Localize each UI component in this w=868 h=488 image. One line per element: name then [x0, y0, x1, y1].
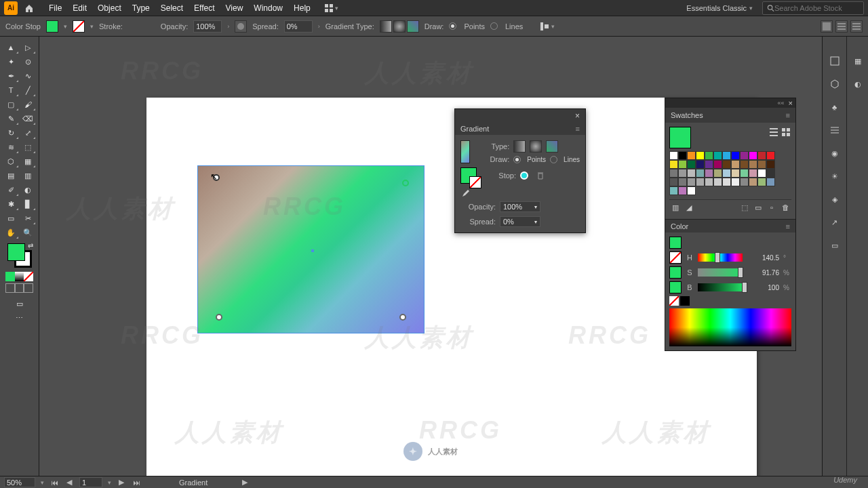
gradient-panel[interactable]: × Gradient ≡ Type: — [454, 108, 586, 233]
artboards-icon[interactable]: ▭ — [828, 239, 842, 252]
color-sat-swatch[interactable] — [669, 266, 682, 279]
swatches-color-panel[interactable]: «« × Swatches ≡ ▥ ◢ — [665, 98, 796, 351]
collapse-icon[interactable]: «« — [778, 100, 785, 106]
tool-info-arrow-icon[interactable]: ▶ — [240, 478, 250, 487]
menu-edit[interactable]: Edit — [67, 3, 92, 13]
zoom-input[interactable] — [4, 477, 35, 487]
brushes-icon[interactable]: ♣ — [828, 100, 842, 114]
swatch-cell[interactable] — [766, 169, 775, 178]
eyedropper-tool-icon[interactable]: ✐ — [3, 183, 19, 197]
swatch-cell[interactable] — [669, 169, 678, 178]
panel-menu-icon[interactable]: ≡ — [576, 125, 580, 133]
first-artboard-icon[interactable]: ⏮ — [50, 478, 59, 487]
menu-type[interactable]: Type — [127, 3, 155, 13]
swatch-cell[interactable] — [766, 178, 775, 186]
search-input[interactable] — [774, 4, 859, 12]
current-swatch[interactable] — [669, 127, 691, 148]
swatch-cell[interactable] — [740, 160, 749, 169]
gradient-mode-icon[interactable] — [15, 272, 24, 281]
eyedropper-icon[interactable] — [460, 188, 484, 197]
grid-view-icon[interactable] — [781, 127, 791, 138]
menu-select[interactable]: Select — [155, 3, 189, 13]
panel-menu-icon[interactable]: ≡ — [786, 111, 790, 119]
fill-color-swatch[interactable] — [7, 243, 25, 261]
new-swatch-icon[interactable]: ▫ — [767, 203, 776, 212]
swatch-cell[interactable] — [722, 169, 731, 178]
swatch-cell[interactable] — [740, 178, 749, 186]
gradtype-radial-icon[interactable] — [393, 20, 406, 33]
swatch-cell[interactable] — [722, 178, 731, 186]
pen-tool-icon[interactable]: ✒ — [3, 69, 19, 83]
gradient-panel-header[interactable]: × — [455, 109, 585, 123]
type-tool-icon[interactable]: T — [3, 83, 19, 97]
close-icon[interactable]: × — [789, 99, 793, 107]
draw-points-radio[interactable] — [449, 22, 456, 30]
type-freeform-icon[interactable] — [546, 140, 558, 152]
none-mode-icon[interactable] — [24, 272, 33, 281]
swatch-cell[interactable] — [696, 169, 705, 178]
brush-tool-icon[interactable]: 🖌 — [20, 98, 36, 111]
fill-swatch[interactable] — [46, 20, 58, 33]
magic-wand-tool-icon[interactable]: ✦ — [3, 55, 19, 68]
color-mode-icon[interactable] — [5, 272, 15, 281]
gradient-stop-handle[interactable] — [402, 180, 409, 186]
align-icon[interactable]: ▾ — [539, 21, 555, 32]
symbol-sprayer-tool-icon[interactable]: ✱ — [3, 197, 19, 211]
libraries-icon[interactable] — [828, 77, 842, 91]
draw-lines-radio[interactable] — [490, 22, 498, 30]
curvature-tool-icon[interactable]: ∿ — [20, 69, 36, 83]
swatch-cell[interactable] — [705, 160, 713, 169]
layers-icon[interactable]: ◈ — [828, 192, 842, 206]
swatch-cell[interactable] — [731, 169, 740, 178]
swatch-cell[interactable] — [731, 178, 740, 186]
type-radial-icon[interactable] — [530, 140, 542, 152]
swatch-cell[interactable] — [722, 160, 731, 169]
swatch-cell[interactable] — [696, 151, 705, 160]
eraser-tool-icon[interactable]: ⌫ — [20, 112, 36, 125]
artboard-chevron-icon[interactable]: ▾ — [108, 479, 111, 486]
type-linear-icon[interactable] — [513, 140, 526, 152]
rectangle-tool-icon[interactable]: ▢ — [3, 98, 19, 111]
hand-tool-icon[interactable]: ✋ — [3, 226, 19, 239]
black-swatch-icon[interactable] — [680, 296, 690, 306]
swatch-cell[interactable] — [696, 178, 705, 186]
swatch-cell[interactable] — [687, 186, 696, 195]
hue-slider[interactable] — [698, 253, 743, 262]
color-guide-icon[interactable]: ◐ — [851, 77, 865, 91]
spread-input[interactable] — [284, 20, 313, 33]
swatch-kind-icon[interactable]: ◢ — [684, 203, 694, 212]
panel-draw-points-radio[interactable] — [513, 156, 521, 163]
swatch-cell[interactable] — [713, 151, 722, 160]
swatch-cell[interactable] — [687, 151, 696, 160]
edit-toolbar-icon[interactable]: ⋯ — [12, 311, 28, 325]
delete-stop-icon[interactable] — [536, 171, 545, 180]
swatch-cell[interactable] — [705, 151, 713, 160]
opacity-arrow-icon[interactable]: › — [227, 23, 229, 30]
stop-color-indicator[interactable] — [520, 171, 528, 180]
swatch-cell[interactable] — [687, 178, 696, 186]
graphic-styles-icon[interactable]: ☀ — [828, 169, 842, 183]
swatch-cell[interactable] — [740, 169, 749, 178]
list-view-icon[interactable] — [768, 127, 779, 138]
draw-normal-icon[interactable] — [5, 283, 15, 293]
bri-slider[interactable] — [698, 283, 743, 291]
swatch-cell[interactable] — [669, 178, 678, 186]
menu-object[interactable]: Object — [92, 3, 127, 13]
swatch-cell[interactable] — [678, 186, 687, 195]
lasso-tool-icon[interactable]: ⊙ — [20, 55, 36, 68]
properties-icon[interactable] — [828, 54, 842, 68]
swatch-cell[interactable] — [669, 160, 678, 169]
swatch-cell[interactable] — [749, 178, 757, 186]
color-spectrum[interactable] — [669, 308, 791, 346]
recolor-icon[interactable] — [235, 20, 247, 33]
swatch-cell[interactable] — [687, 160, 696, 169]
gradient-center-marker[interactable] — [311, 249, 314, 252]
swatch-cell[interactable] — [713, 178, 722, 186]
swatch-cell[interactable] — [713, 160, 722, 169]
selection-tool-icon[interactable]: ▲ — [3, 41, 19, 54]
panel-draw-lines-radio[interactable] — [550, 156, 557, 163]
fill-chevron-icon[interactable]: ▾ — [64, 23, 67, 30]
menu-file[interactable]: File — [43, 3, 67, 13]
appearance-icon[interactable]: ◉ — [828, 146, 842, 160]
swatch-cell[interactable] — [687, 169, 696, 178]
